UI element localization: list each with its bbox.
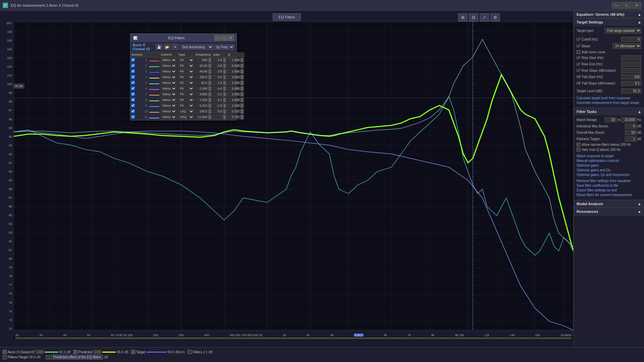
filter-gain-up-10[interactable]: ▲ xyxy=(223,109,226,111)
filter-checkbox-1[interactable] xyxy=(131,58,135,62)
lf-rise-start-input[interactable] xyxy=(621,55,641,60)
filter-gain-down-4[interactable]: ▼ xyxy=(223,77,226,79)
filter-freq-input-2[interactable] xyxy=(196,64,208,68)
resonances-header[interactable]: Resonances ▲ xyxy=(574,208,644,215)
modal-analysis-header[interactable]: Modal Analysis ▲ xyxy=(574,200,644,207)
ind-max-boost-input[interactable] xyxy=(625,124,637,129)
filter-checkbox-5[interactable] xyxy=(131,81,135,84)
filter-tasks-header[interactable]: Filter Tasks ▲ xyxy=(574,108,644,115)
target-level-input[interactable] xyxy=(621,88,641,94)
filter-gain-up-3[interactable]: ▲ xyxy=(223,69,226,71)
manual-opt-link[interactable]: Manual optimisation controls xyxy=(577,159,641,163)
filter-q-up-9[interactable]: ▲ xyxy=(240,103,244,106)
filter-gain-input-4[interactable] xyxy=(213,75,223,79)
opt-gains-link[interactable]: Optimise gains xyxy=(577,164,641,167)
filter-q-input-10[interactable] xyxy=(228,109,240,113)
filter-q-down-11[interactable]: ▼ xyxy=(240,117,244,119)
filter-q-input-2[interactable] xyxy=(228,64,240,68)
filter-control-select-5[interactable]: Manual xyxy=(161,80,177,85)
filter-freq-input-3[interactable] xyxy=(196,69,208,73)
filter-gain-up-2[interactable]: ▲ xyxy=(223,63,226,66)
filter-q-down-3[interactable]: ▼ xyxy=(240,71,244,74)
filter-type-select-1[interactable]: PK PK LSQ HSQ LP HP xyxy=(178,58,194,62)
export-text-link[interactable]: Export filter settings as text xyxy=(577,188,641,192)
modal-save-button[interactable]: 💾 xyxy=(156,44,162,50)
filter-control-select-11[interactable]: Manual xyxy=(161,115,177,119)
filter-q-down-2[interactable]: ▼ xyxy=(240,66,244,68)
filter-q-down-8[interactable]: ▼ xyxy=(240,100,244,102)
filter-gain-down-2[interactable]: ▼ xyxy=(223,66,226,68)
filter-freq-up-5[interactable]: ▲ xyxy=(208,80,212,83)
filter-gain-up-4[interactable]: ▲ xyxy=(223,75,226,77)
modal-import-button[interactable]: 📂 xyxy=(164,44,170,50)
eq-filters-button[interactable]: EQ Filters xyxy=(273,13,301,21)
filter-q-up-3[interactable]: ▲ xyxy=(240,69,244,71)
minimize-button[interactable]: — xyxy=(612,2,621,9)
add-room-curve-checkbox[interactable] xyxy=(577,50,580,54)
flatness-input[interactable] xyxy=(625,136,637,141)
filter-type-select-7[interactable]: PK PK LSQ HSQ LP HP xyxy=(178,92,194,97)
filter-checkbox-4[interactable] xyxy=(131,75,135,79)
filter-control-select-6[interactable]: Manual xyxy=(161,86,177,91)
filter-gain-up-7[interactable]: ▲ xyxy=(223,92,226,94)
lf-cutoff-input[interactable] xyxy=(621,37,641,42)
sort-by-select[interactable]: by Freq by Gain by Q xyxy=(214,44,234,50)
tooltip-checkbox[interactable] xyxy=(46,355,50,359)
retrieve-link[interactable]: Retrieve filter settings from equaliser xyxy=(577,179,641,183)
filter-freq-input-8[interactable] xyxy=(196,98,208,102)
filter-q-input-4[interactable] xyxy=(228,75,240,79)
filter-control-select-8[interactable]: Manual xyxy=(161,98,177,102)
filter-freq-up-1[interactable]: ▲ xyxy=(208,58,212,60)
filter-freq-up-4[interactable]: ▲ xyxy=(208,75,212,77)
filter-gain-up-5[interactable]: ▲ xyxy=(223,80,226,83)
filter-freq-input-4[interactable] xyxy=(196,75,208,79)
filter-gain-up-6[interactable]: ▲ xyxy=(223,86,226,88)
filter-freq-input-1[interactable] xyxy=(196,58,208,62)
filter-q-input-5[interactable] xyxy=(228,81,240,85)
scrollbar-horizontal[interactable] xyxy=(13,337,574,340)
filter-q-down-7[interactable]: ▼ xyxy=(240,94,244,97)
filter-q-up-2[interactable]: ▲ xyxy=(240,63,244,66)
filters-target-checkbox[interactable] xyxy=(3,355,7,359)
chart-canvas[interactable]: 97.58 xyxy=(13,21,574,330)
filter-type-select-11[interactable]: HSQ PK LSQ HSQ LP HP xyxy=(178,115,194,119)
filter-gain-input-2[interactable] xyxy=(213,64,223,68)
filter-type-select-6[interactable]: PK PK LSQ HSQ LP HP xyxy=(178,86,194,91)
save-coeff-link[interactable]: Save filter coefficients to file xyxy=(577,184,641,187)
filter-gain-input-5[interactable] xyxy=(213,81,223,85)
sort-ascending-select[interactable]: Sort Ascending Sort Descending xyxy=(180,44,213,50)
equaliser-header[interactable]: Equaliser: Generic (48 kHz) ▲ xyxy=(574,11,644,18)
filter-q-input-3[interactable] xyxy=(228,69,240,73)
filter-gain-down-9[interactable]: ▼ xyxy=(223,106,226,108)
filter-type-select-9[interactable]: PK PK LSQ HSQ LP HP xyxy=(178,103,194,108)
filter-gain-down-5[interactable]: ▼ xyxy=(223,83,226,85)
filter-freq-up-10[interactable]: ▲ xyxy=(208,109,212,111)
filter-control-select-3[interactable]: Manual xyxy=(161,69,177,74)
filter-freq-down-3[interactable]: ▼ xyxy=(208,71,212,74)
match-from-input[interactable] xyxy=(605,117,616,122)
filter-freq-up-8[interactable]: ▲ xyxy=(208,98,212,100)
filter-type-select-5[interactable]: PK PK LSQ HSQ LP HP xyxy=(178,80,194,85)
filter-freq-up-11[interactable]: ▲ xyxy=(208,115,212,117)
filter-freq-up-6[interactable]: ▲ xyxy=(208,86,212,88)
filter-freq-input-7[interactable] xyxy=(196,92,208,96)
filter-q-down-6[interactable]: ▼ xyxy=(240,88,244,91)
arrows-icon[interactable]: ⤢ xyxy=(480,13,489,21)
grid2-icon[interactable]: ⊟ xyxy=(469,13,478,21)
filter-checkbox-9[interactable] xyxy=(131,104,135,107)
filter-checkbox-10[interactable] xyxy=(131,109,135,113)
filter-type-select-4[interactable]: PK PK LSQ HSQ LP HP xyxy=(178,75,194,79)
filter-q-input-7[interactable] xyxy=(228,92,240,96)
filter-type-select-8[interactable]: PK PK LSQ HSQ LP HP xyxy=(178,98,194,102)
modal-maximize-button[interactable]: □ xyxy=(221,35,227,41)
filter-q-up-10[interactable]: ▲ xyxy=(240,109,244,111)
filter-freq-up-7[interactable]: ▲ xyxy=(208,92,212,94)
filter-gain-down-1[interactable]: ▼ xyxy=(223,60,226,62)
gen-measurement-link[interactable]: Generate measurement from target shape xyxy=(577,101,641,105)
filter-q-down-10[interactable]: ▼ xyxy=(240,111,244,114)
filter-q-up-7[interactable]: ▲ xyxy=(240,92,244,94)
filter-gain-input-1[interactable] xyxy=(213,58,223,62)
filter-gain-down-8[interactable]: ▼ xyxy=(223,100,226,102)
filter-q-up-1[interactable]: ▲ xyxy=(240,58,244,60)
filter-type-select-10[interactable]: LSQ PK LSQ HSQ LP HP xyxy=(178,109,194,114)
